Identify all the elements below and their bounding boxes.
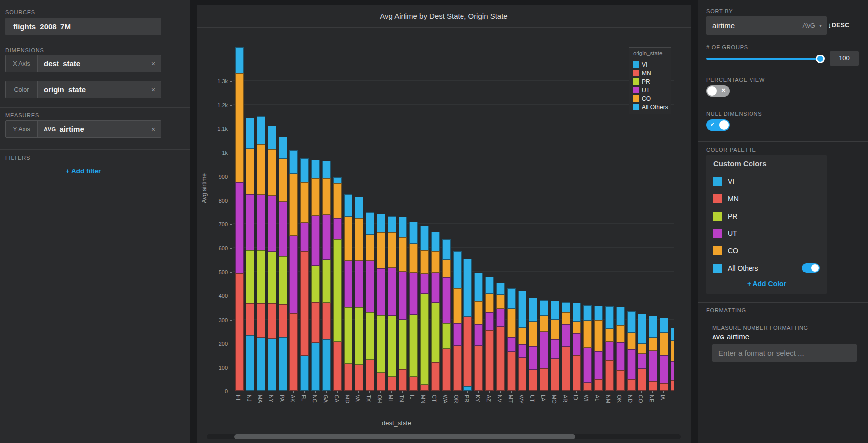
bar-segment-UT[interactable] — [551, 339, 559, 359]
bar-segment-UT[interactable] — [399, 272, 407, 319]
bar-segment-CO[interactable] — [496, 295, 505, 308]
bar-KY[interactable] — [474, 273, 483, 391]
bar-segment-MN[interactable] — [540, 368, 548, 391]
bar-IA[interactable] — [660, 318, 668, 391]
bar-segment-UT[interactable] — [583, 348, 592, 383]
bar-segment-MN[interactable] — [453, 346, 462, 391]
bar-segment-All Others[interactable] — [377, 214, 385, 233]
bar-segment-All Others[interactable] — [562, 302, 570, 312]
bar-NM[interactable] — [605, 306, 614, 391]
bar-segment-CO[interactable] — [366, 235, 374, 261]
bar-segment-CO[interactable] — [485, 294, 494, 313]
bar-segment-CO[interactable] — [507, 309, 516, 337]
palette-swatch[interactable] — [713, 212, 722, 221]
bar-MI[interactable] — [388, 216, 396, 391]
bar-WA[interactable] — [442, 239, 451, 391]
bar-AL[interactable] — [594, 306, 603, 391]
source-selector[interactable]: flights_2008_7M — [5, 18, 161, 35]
sort-direction-button[interactable]: ↓ DESC — [828, 21, 849, 29]
bar-segment-CO[interactable] — [235, 73, 244, 182]
bar-segment-CO[interactable] — [594, 320, 603, 352]
bar-segment-MN[interactable] — [573, 355, 581, 391]
bar-segment-CO[interactable] — [638, 344, 646, 354]
bar-segment-CO[interactable] — [344, 217, 352, 261]
bar-segment-CO[interactable] — [388, 232, 396, 267]
bar-segment-CO[interactable] — [605, 329, 614, 342]
bar-segment-UT[interactable] — [594, 351, 603, 379]
bar-segment-UT[interactable] — [627, 349, 636, 379]
bar-segment-All Others[interactable] — [627, 311, 636, 333]
bar-segment-MN[interactable] — [333, 342, 342, 391]
remove-measure-icon[interactable]: × — [146, 121, 161, 137]
bar-segment-UT[interactable] — [638, 354, 646, 369]
bar-segment-MN[interactable] — [311, 302, 320, 343]
bar-segment-UT[interactable] — [573, 333, 581, 355]
bar-WY[interactable] — [518, 291, 526, 391]
bar-segment-VI[interactable] — [463, 386, 472, 391]
bar-segment-CO[interactable] — [279, 159, 287, 202]
bar-segment-UT[interactable] — [474, 324, 483, 346]
bar-segment-MN[interactable] — [562, 347, 570, 391]
bar-segment-All Others[interactable] — [409, 222, 418, 244]
bar-segment-All Others[interactable] — [300, 158, 309, 182]
bar-segment-CO[interactable] — [616, 325, 625, 342]
bar-segment-UT[interactable] — [649, 351, 657, 381]
null-dimensions-toggle[interactable]: ✓ — [706, 119, 730, 131]
bar-ID[interactable] — [573, 303, 581, 391]
bar-segment-CO[interactable] — [529, 322, 537, 346]
bar-segment-All Others[interactable] — [453, 251, 462, 288]
bar-segment-UT[interactable] — [333, 218, 342, 239]
bar-segment-All Others[interactable] — [431, 232, 440, 251]
number-format-input[interactable]: Enter a format or select ... — [712, 344, 857, 362]
horizontal-scrollbar-thumb[interactable] — [234, 434, 575, 439]
bar-segment-All Others[interactable] — [268, 126, 276, 149]
bar-segment-UT[interactable] — [485, 312, 494, 330]
bar-segment-MN[interactable] — [660, 383, 668, 391]
bar-segment-CO[interactable] — [671, 341, 675, 361]
bar-segment-All Others[interactable] — [399, 217, 407, 237]
bar-segment-UT[interactable] — [311, 216, 320, 266]
bar-segment-UT[interactable] — [366, 261, 374, 312]
bar-IL[interactable] — [409, 222, 418, 391]
bar-segment-All Others[interactable] — [333, 177, 342, 183]
bar-TX[interactable] — [366, 212, 374, 391]
bar-segment-UT[interactable] — [377, 268, 385, 316]
bar-FL[interactable] — [300, 158, 309, 391]
bar-TN[interactable] — [399, 217, 407, 391]
bar-segment-All Others[interactable] — [616, 307, 625, 325]
bar-segment-MN[interactable] — [289, 313, 298, 391]
bar-AZ[interactable] — [485, 277, 494, 391]
bar-segment-MN[interactable] — [268, 303, 276, 339]
bar-segment-CO[interactable] — [431, 251, 440, 273]
bar-segment-CO[interactable] — [246, 149, 254, 194]
bar-segment-UT[interactable] — [442, 277, 451, 323]
percentage-view-toggle[interactable]: ✕ — [706, 85, 730, 97]
bar-clipped[interactable] — [671, 328, 675, 391]
bar-segment-PR[interactable] — [442, 323, 451, 349]
bar-segment-UT[interactable] — [279, 202, 287, 257]
bar-segment-CO[interactable] — [420, 250, 429, 273]
groups-slider-knob[interactable] — [816, 55, 825, 63]
palette-swatch[interactable] — [713, 264, 722, 273]
bar-segment-UT[interactable] — [507, 337, 516, 352]
bar-segment-PR[interactable] — [377, 315, 385, 373]
bar-segment-MN[interactable] — [388, 377, 396, 391]
bar-MT[interactable] — [507, 288, 516, 391]
bar-segment-CO[interactable] — [322, 178, 331, 214]
bar-segment-CO[interactable] — [551, 320, 559, 340]
bar-segment-CO[interactable] — [300, 182, 309, 223]
bar-segment-CO[interactable] — [518, 328, 526, 344]
bar-segment-All Others[interactable] — [442, 239, 451, 260]
bar-segment-VI[interactable] — [257, 338, 265, 391]
bar-segment-VI[interactable] — [300, 356, 309, 391]
bar-segment-MN[interactable] — [431, 362, 440, 391]
bar-segment-PR[interactable] — [344, 307, 352, 363]
palette-swatch[interactable] — [713, 177, 722, 186]
chevron-down-icon[interactable]: ▾ — [819, 23, 822, 28]
bar-segment-UT[interactable] — [518, 344, 526, 357]
bar-segment-CO[interactable] — [333, 183, 342, 218]
horizontal-scrollbar-track[interactable] — [207, 434, 681, 439]
bar-segment-PR[interactable] — [366, 312, 374, 360]
bar-segment-UT[interactable] — [388, 268, 396, 316]
bar-OH[interactable] — [377, 214, 385, 391]
